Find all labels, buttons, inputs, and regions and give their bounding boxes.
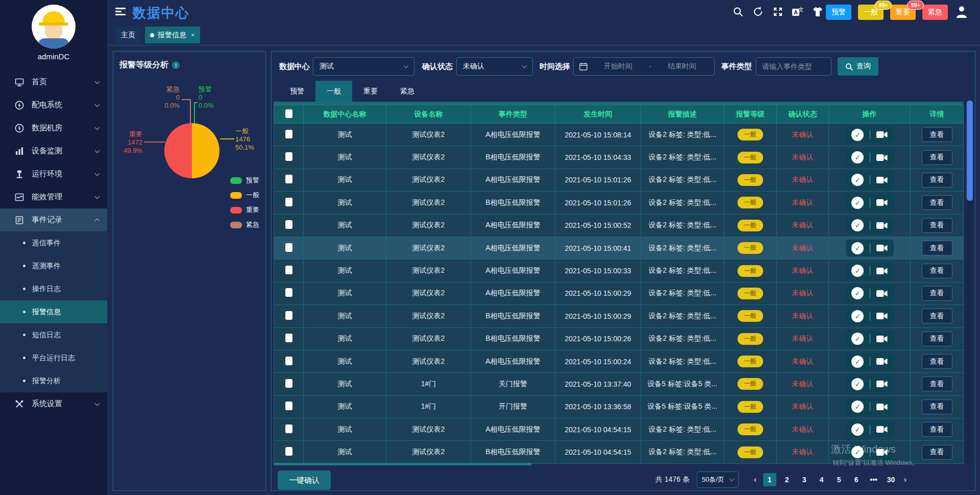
- window-tab[interactable]: 主页: [116, 27, 140, 43]
- event-type-input[interactable]: [756, 57, 831, 76]
- view-button[interactable]: 查看: [922, 332, 952, 346]
- sidebar-subitem[interactable]: 短信日志: [0, 323, 107, 346]
- row-checkbox[interactable]: [285, 447, 292, 456]
- view-button[interactable]: 查看: [922, 286, 952, 301]
- translate-icon[interactable]: A文: [792, 6, 804, 18]
- confirm-icon[interactable]: ✓: [851, 265, 864, 277]
- page-button-4[interactable]: 4: [815, 473, 828, 486]
- view-button[interactable]: 查看: [922, 309, 952, 323]
- page-button-5[interactable]: 5: [832, 473, 846, 486]
- alarm-badge-紧急[interactable]: 紧急: [922, 5, 948, 20]
- camera-icon[interactable]: [876, 335, 888, 343]
- confirm-icon[interactable]: ✓: [851, 197, 864, 209]
- confirm-icon[interactable]: ✓: [851, 151, 864, 163]
- camera-icon[interactable]: [876, 131, 888, 138]
- alarm-badge-预警[interactable]: 预警: [826, 5, 851, 20]
- horizontal-scrollbar-thumb[interactable]: [274, 463, 531, 465]
- camera-icon[interactable]: [876, 290, 888, 297]
- status-select[interactable]: 未确认: [456, 57, 533, 76]
- view-button[interactable]: 查看: [922, 422, 952, 437]
- view-button[interactable]: 查看: [922, 127, 952, 142]
- avatar[interactable]: [32, 5, 76, 49]
- camera-icon[interactable]: [876, 403, 888, 411]
- alarm-badge-一般[interactable]: 一般99+: [858, 5, 884, 20]
- user-icon[interactable]: [955, 5, 968, 18]
- next-page-button[interactable]: ›: [904, 475, 907, 485]
- refresh-icon[interactable]: [752, 6, 764, 18]
- confirm-icon[interactable]: ✓: [851, 129, 864, 141]
- select-all-checkbox[interactable]: [285, 109, 292, 118]
- view-button[interactable]: 查看: [922, 399, 952, 414]
- sidebar-subitem[interactable]: 遥信事件: [0, 231, 107, 254]
- page-button-3[interactable]: 3: [798, 473, 811, 486]
- view-button[interactable]: 查看: [922, 445, 952, 460]
- confirm-icon[interactable]: ✓: [851, 310, 864, 322]
- level-tab-预警[interactable]: 预警: [279, 81, 315, 102]
- sidebar-item-event-log[interactable]: 事件记录: [0, 208, 107, 231]
- vertical-scrollbar-track[interactable]: [967, 101, 973, 463]
- info-icon[interactable]: !: [172, 61, 180, 69]
- camera-icon[interactable]: [876, 380, 888, 388]
- fullscreen-icon[interactable]: [772, 6, 784, 18]
- page-button-•••[interactable]: •••: [867, 473, 880, 486]
- sidebar-item-data-room[interactable]: 数据机房: [0, 116, 107, 139]
- view-button[interactable]: 查看: [922, 264, 952, 278]
- search-icon[interactable]: [732, 6, 744, 18]
- row-checkbox[interactable]: [285, 402, 292, 410]
- sidebar-subitem[interactable]: 遥测事件: [0, 254, 107, 277]
- camera-icon[interactable]: [876, 312, 888, 320]
- sidebar-item-power-system[interactable]: 配电系统: [0, 93, 107, 116]
- page-button-6[interactable]: 6: [850, 473, 863, 486]
- row-checkbox[interactable]: [285, 220, 292, 229]
- hamburger-menu-icon[interactable]: [115, 8, 126, 16]
- sidebar-item-energy[interactable]: 能效管理: [0, 185, 107, 208]
- view-button[interactable]: 查看: [922, 195, 952, 210]
- row-checkbox[interactable]: [285, 152, 292, 161]
- sidebar-item-environment[interactable]: 运行环境: [0, 162, 107, 185]
- sidebar-item-device-monitor[interactable]: 设备监测: [0, 139, 107, 162]
- theme-icon[interactable]: [812, 6, 824, 18]
- view-button[interactable]: 查看: [922, 173, 952, 187]
- row-checkbox[interactable]: [285, 266, 292, 274]
- sidebar-subitem[interactable]: 平台运行日志: [0, 346, 107, 369]
- camera-icon[interactable]: [876, 426, 888, 433]
- confirm-icon[interactable]: ✓: [851, 333, 864, 345]
- page-button-2[interactable]: 2: [780, 473, 794, 486]
- confirm-icon[interactable]: ✓: [851, 219, 864, 231]
- confirm-icon[interactable]: ✓: [851, 378, 864, 390]
- window-tab[interactable]: 报警信息×: [145, 27, 200, 43]
- prev-page-button[interactable]: ‹: [754, 475, 757, 485]
- date-range-picker[interactable]: 开始时间 - 结束时间: [573, 57, 715, 76]
- confirm-all-button[interactable]: 一键确认: [278, 470, 331, 490]
- vertical-scrollbar-thumb[interactable]: [967, 101, 973, 201]
- confirm-icon[interactable]: ✓: [851, 356, 864, 368]
- row-checkbox[interactable]: [285, 175, 292, 183]
- confirm-icon[interactable]: ✓: [851, 400, 864, 413]
- page-button-30[interactable]: 30: [885, 473, 898, 486]
- level-tab-紧急[interactable]: 紧急: [389, 81, 426, 102]
- row-checkbox[interactable]: [285, 288, 292, 297]
- camera-icon[interactable]: [876, 222, 888, 229]
- sidebar-subitem[interactable]: 报警信息: [0, 300, 107, 323]
- view-button[interactable]: 查看: [922, 376, 952, 391]
- row-checkbox[interactable]: [285, 425, 292, 433]
- row-checkbox[interactable]: [285, 357, 292, 365]
- search-button[interactable]: 查询: [838, 57, 878, 76]
- alarm-badge-重要[interactable]: 重要99+: [890, 5, 916, 20]
- sidebar-item-home[interactable]: 首页: [0, 70, 107, 93]
- camera-icon[interactable]: [876, 267, 888, 275]
- start-time-placeholder[interactable]: 开始时间: [592, 62, 645, 71]
- camera-icon[interactable]: [876, 199, 888, 206]
- camera-icon[interactable]: [876, 358, 888, 365]
- row-checkbox[interactable]: [285, 334, 292, 342]
- datacenter-select[interactable]: 测试: [313, 57, 414, 76]
- page-size-select[interactable]: 50条/页: [697, 472, 739, 488]
- view-button[interactable]: 查看: [922, 218, 952, 233]
- row-checkbox[interactable]: [285, 198, 292, 206]
- level-tab-一般[interactable]: 一般: [315, 81, 352, 102]
- camera-icon[interactable]: [876, 244, 888, 252]
- view-button[interactable]: 查看: [922, 241, 952, 255]
- close-icon[interactable]: ×: [191, 31, 195, 39]
- view-button[interactable]: 查看: [922, 354, 952, 369]
- sidebar-item-settings[interactable]: 系统设置: [0, 392, 107, 415]
